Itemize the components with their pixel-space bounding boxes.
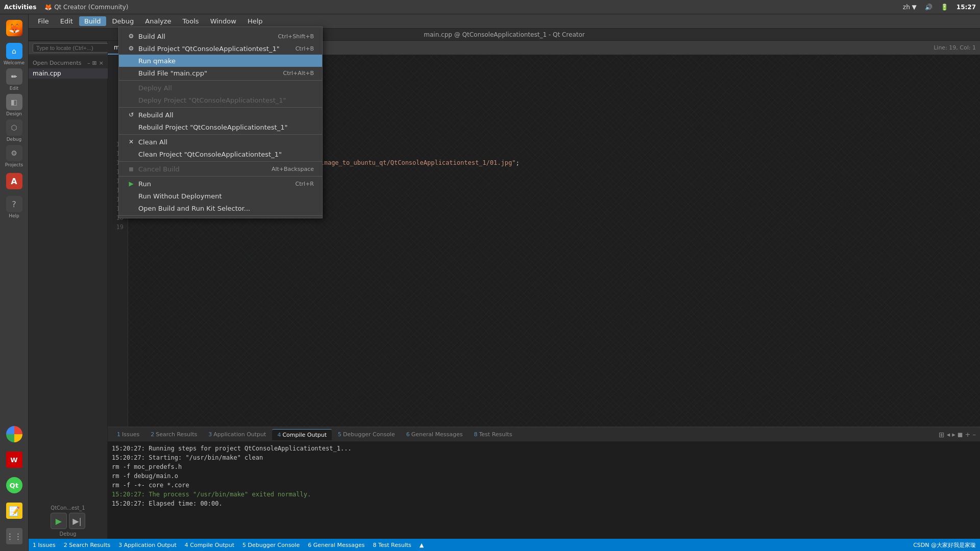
menu-run-label: Run (138, 180, 151, 188)
menu-rebuild-all[interactable]: ↺ Rebuild All (119, 109, 322, 121)
build-menu-section-6: ▶ Run Ctrl+R Run Without Deployment Open… (119, 177, 322, 216)
build-project-icon: ⚙ (127, 44, 135, 53)
run-shortcut: Ctrl+R (296, 181, 314, 187)
build-menu-section-3: ↺ Rebuild All Rebuild Project "QtConsole… (119, 108, 322, 135)
build-all-shortcut: Ctrl+Shift+B (278, 33, 314, 40)
menu-run-qmake[interactable]: Run qmake (119, 55, 322, 67)
menu-deploy-all-label: Deploy All (138, 84, 172, 92)
run-qmake-icon (127, 57, 135, 65)
menu-run[interactable]: ▶ Run Ctrl+R (119, 178, 322, 190)
run-icon: ▶ (127, 180, 135, 188)
menu-build-project[interactable]: ⚙ Build Project "QtConsoleApplicationtes… (119, 42, 322, 55)
build-menu-section-4: ✕ Clean All Clean Project "QtConsoleAppl… (119, 135, 322, 162)
build-file-icon (127, 69, 135, 77)
menu-cancel-build: ◼ Cancel Build Alt+Backspace (119, 163, 322, 175)
rebuild-project-icon (127, 123, 135, 131)
menu-clean-all[interactable]: ✕ Clean All (119, 136, 322, 148)
menu-kit-selector-label: Open Build and Run Kit Selector... (138, 205, 250, 212)
menu-build-all[interactable]: ⚙ Build All Ctrl+Shift+B (119, 30, 322, 42)
menu-run-no-deploy[interactable]: Run Without Deployment (119, 190, 322, 202)
menu-kit-selector[interactable]: Open Build and Run Kit Selector... (119, 202, 322, 214)
build-menu-section-1: ⚙ Build All Ctrl+Shift+B ⚙ Build Project… (119, 29, 322, 81)
menu-build-file[interactable]: Build File "main.cpp" Ctrl+Alt+B (119, 67, 322, 79)
rebuild-all-icon: ↺ (127, 111, 135, 119)
menu-cancel-build-label: Cancel Build (138, 165, 180, 173)
menu-rebuild-project-label: Rebuild Project "QtConsoleApplicationtes… (138, 123, 287, 131)
kit-selector-icon (127, 204, 135, 212)
clean-project-icon (127, 150, 135, 158)
menu-clean-all-label: Clean All (138, 138, 167, 146)
menu-clean-project-label: Clean Project "QtConsoleApplicationtest_… (138, 151, 282, 158)
menu-deploy-all: Deploy All (119, 82, 322, 94)
cancel-build-icon: ◼ (127, 165, 135, 173)
build-file-shortcut: Ctrl+Alt+B (283, 70, 314, 77)
menu-deploy-project: Deploy Project "QtConsoleApplicationtest… (119, 94, 322, 106)
menu-rebuild-project[interactable]: Rebuild Project "QtConsoleApplicationtes… (119, 121, 322, 133)
build-menu-section-5: ◼ Cancel Build Alt+Backspace (119, 162, 322, 177)
deploy-project-icon (127, 96, 135, 104)
menu-build-project-label: Build Project "QtConsoleApplicationtest_… (138, 45, 280, 53)
menu-rebuild-all-label: Rebuild All (138, 111, 174, 119)
build-all-icon: ⚙ (127, 32, 135, 40)
menu-build-file-label: Build File "main.cpp" (138, 69, 207, 77)
menu-build-all-label: Build All (138, 33, 165, 40)
menu-deploy-project-label: Deploy Project "QtConsoleApplicationtest… (138, 96, 286, 104)
deploy-all-icon (127, 84, 135, 92)
build-project-shortcut: Ctrl+B (296, 45, 314, 52)
clean-all-icon: ✕ (127, 138, 135, 146)
menu-clean-project[interactable]: Clean Project "QtConsoleApplicationtest_… (119, 148, 322, 160)
build-menu: ⚙ Build All Ctrl+Shift+B ⚙ Build Project… (118, 27, 323, 218)
build-menu-section-2: Deploy All Deploy Project "QtConsoleAppl… (119, 81, 322, 108)
menu-run-qmake-label: Run qmake (138, 57, 176, 65)
run-no-deploy-icon (127, 192, 135, 200)
menu-run-no-deploy-label: Run Without Deployment (138, 192, 222, 200)
cancel-build-shortcut: Alt+Backspace (272, 166, 314, 172)
